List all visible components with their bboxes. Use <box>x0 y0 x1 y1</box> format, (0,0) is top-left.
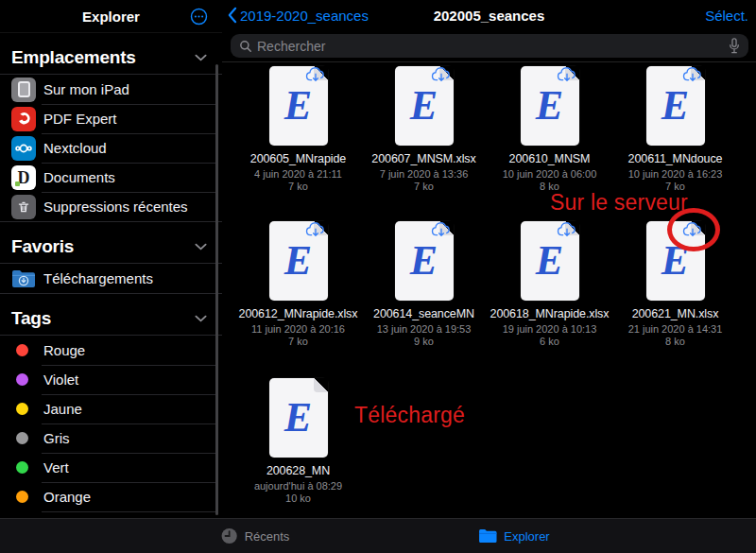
search-placeholder: Rechercher <box>257 39 729 54</box>
file-item-200621-mn-xlsx[interactable]: E200621_MN.xlsx21 juin 2020 à 14:318 ko <box>612 221 738 378</box>
sidebar-item-label: Gris <box>43 430 70 446</box>
file-date: 4 juin 2020 à 21:11 <box>254 168 342 181</box>
tag-color-dot <box>16 461 28 474</box>
file-item-200628-mn[interactable]: E200628_MNaujourd'hui à 08:2910 ko <box>235 378 361 541</box>
section-label: Favoris <box>11 236 74 257</box>
sidebar-item-telechargements[interactable]: Téléchargements <box>0 264 222 293</box>
sidebar-item-label: Suppressions récentes <box>43 199 188 215</box>
ellipsis-circle-icon <box>190 8 208 26</box>
sidebar-item-vert[interactable]: Vert <box>0 453 222 482</box>
file-name: 200628_MN <box>266 464 330 477</box>
file-item-200605-mnrapide[interactable]: E200605_MNrapide4 juin 2020 à 21:117 ko <box>235 66 361 221</box>
icloud-download-icon <box>682 67 703 83</box>
clock-icon <box>221 527 238 544</box>
icloud-download-icon <box>557 67 577 83</box>
icloud-download-icon <box>557 222 577 238</box>
tag-color-dot <box>16 403 28 415</box>
section-label: Tags <box>11 308 51 329</box>
search-icon <box>239 40 252 53</box>
file-size: 8 ko <box>665 336 685 348</box>
file-date: 13 juin 2020 à 19:53 <box>377 323 472 336</box>
file-item-200612-mnrapide-xlsx[interactable]: E200612_MNrapide.xlsx11 juin 2020 à 20:1… <box>235 221 361 378</box>
toolbar-divider <box>222 61 756 62</box>
icloud-download-icon <box>305 222 326 238</box>
excel-file-icon: E <box>395 66 454 146</box>
content-pane: 2019-2020_seances 202005_seances Sélect.… <box>222 0 756 518</box>
sidebar-item-orange[interactable]: Orange <box>0 482 222 511</box>
chevron-down-icon <box>195 315 207 322</box>
file-name: 200618_MNrapide.xlsx <box>490 307 610 320</box>
file-item-200618-mnrapide-xlsx[interactable]: E200618_MNrapide.xlsx19 juin 2020 à 10:1… <box>487 221 612 378</box>
nextcloud-icon <box>11 136 36 161</box>
sidebar-item-rouge[interactable]: Rouge <box>0 336 222 365</box>
sidebar-title: Explorer <box>82 9 140 25</box>
page-title: 202005_seances <box>222 8 756 24</box>
tab-recents[interactable]: Récents <box>221 527 290 544</box>
excel-file-icon: E <box>521 66 579 146</box>
file-name: 200614_seanceMN <box>373 307 474 320</box>
folder-icon <box>478 528 497 544</box>
sidebar-item-label: Sur mon iPad <box>43 81 129 97</box>
sidebar-item-sur-mon-ipad[interactable]: Sur mon iPad <box>0 75 222 104</box>
icloud-download-icon <box>305 67 326 83</box>
file-size: 7 ko <box>414 181 434 193</box>
file-size: 10 ko <box>285 493 311 505</box>
tag-color-dot <box>16 432 28 444</box>
sidebar-item-gris[interactable]: Gris <box>0 423 222 453</box>
annotation-downloaded: Téléchargé <box>354 403 465 428</box>
files-app-window: Explorer Emplacements Sur mon iPadPDF Ex… <box>0 0 756 553</box>
section-header-favoris[interactable]: Favoris <box>0 230 222 263</box>
emplacements-list: Sur mon iPadPDF ExpertNextcloudDDocument… <box>0 74 222 222</box>
file-date: 11 juin 2020 à 20:16 <box>251 323 345 336</box>
pdf-expert-icon <box>11 107 36 131</box>
sidebar-item-label: Téléchargements <box>43 270 153 286</box>
sidebar-header: Explorer <box>0 0 222 33</box>
excel-file-icon: E <box>269 66 328 146</box>
trash-icon <box>11 195 36 219</box>
file-date: 10 juin 2020 à 16:23 <box>628 168 723 181</box>
excel-file-icon: E <box>521 221 579 301</box>
file-item-200607-mnsm-xlsx[interactable]: E200607_MNSM.xlsx7 juin 2020 à 13:367 ko <box>361 66 487 221</box>
downloads-folder-icon <box>11 267 36 291</box>
sidebar-item-label: Documents <box>43 169 115 185</box>
sidebar-item-label: Jaune <box>43 401 82 417</box>
excel-file-icon: E <box>269 378 328 458</box>
navigation-bar: 2019-2020_seances 202005_seances Sélect. <box>222 0 756 32</box>
file-name: 200607_MNSM.xlsx <box>371 152 475 165</box>
file-grid: E200605_MNrapide4 juin 2020 à 21:117 koE… <box>235 66 738 541</box>
microphone-icon[interactable] <box>729 38 740 54</box>
annotation-on-server: Sur le serveur <box>550 190 688 216</box>
section-header-emplacements[interactable]: Emplacements <box>0 41 222 74</box>
sidebar-item-pdf-expert[interactable]: PDF Expert <box>0 104 222 133</box>
search-input[interactable]: Rechercher <box>231 34 748 58</box>
file-date: 19 juin 2020 à 10:13 <box>503 323 597 336</box>
more-options-button[interactable] <box>190 8 208 26</box>
sidebar-item-violet[interactable]: Violet <box>0 365 222 394</box>
sidebar-item-label: Nextcloud <box>43 140 107 156</box>
file-name: 200612_MNrapide.xlsx <box>239 307 358 320</box>
file-size: 7 ko <box>288 181 308 193</box>
sidebar: Explorer Emplacements Sur mon iPadPDF Ex… <box>0 0 222 518</box>
documents-icon: D <box>11 165 36 190</box>
sidebar-item-label: Violet <box>43 372 78 388</box>
file-size: 9 ko <box>414 336 434 348</box>
sidebar-scrollbar[interactable] <box>215 64 218 515</box>
sidebar-item-label: Orange <box>43 489 91 505</box>
chevron-down-icon <box>195 54 207 61</box>
file-date: 7 juin 2020 à 13:36 <box>380 168 469 181</box>
sidebar-section-emplacements: Emplacements Sur mon iPadPDF ExpertNextc… <box>0 41 222 222</box>
sidebar-item-nextcloud[interactable]: Nextcloud <box>0 133 222 163</box>
sidebar-section-tags: Tags RougeVioletJauneGrisVertOrangeBleu <box>0 302 222 542</box>
excel-file-icon: E <box>646 66 705 146</box>
section-header-tags[interactable]: Tags <box>0 302 222 335</box>
select-button[interactable]: Sélect. <box>705 8 748 24</box>
file-name: 200621_MN.xlsx <box>632 307 719 320</box>
file-item-200614-seancemn[interactable]: E200614_seanceMN13 juin 2020 à 19:539 ko <box>361 221 487 378</box>
tag-color-dot <box>16 344 28 356</box>
file-name: 200610_MNSM <box>509 152 591 165</box>
sidebar-item-suppressions-recentes[interactable]: Suppressions récentes <box>0 192 222 221</box>
sidebar-item-documents[interactable]: DDocuments <box>0 163 222 192</box>
tag-color-dot <box>16 491 28 503</box>
tab-explorer[interactable]: Explorer <box>478 528 549 544</box>
sidebar-item-jaune[interactable]: Jaune <box>0 394 222 423</box>
